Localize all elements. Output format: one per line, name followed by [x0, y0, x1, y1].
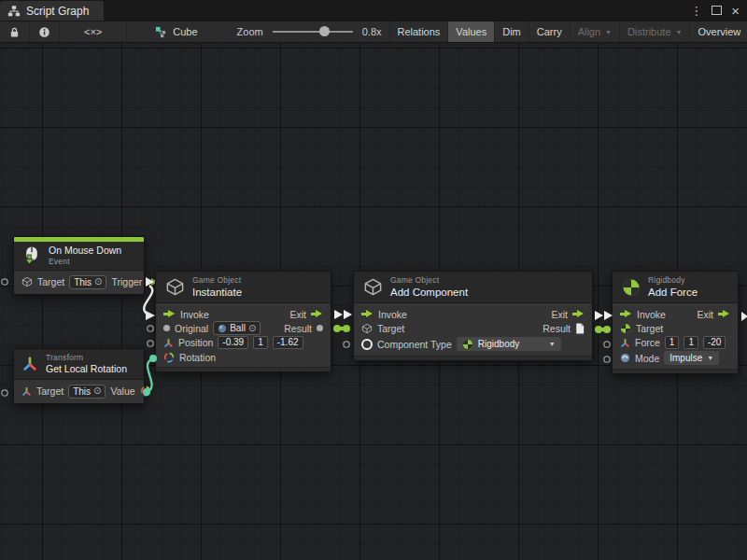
position-label: Position	[178, 337, 213, 348]
node-header: Rigidbody Add Force	[613, 272, 738, 303]
overview-button[interactable]: Overview	[689, 21, 747, 42]
position-y-field[interactable]: 1	[253, 336, 268, 349]
force-mode-dropdown[interactable]: Impulse ▼	[664, 351, 719, 365]
invoke-input-port[interactable]	[620, 310, 632, 318]
result-label: Result	[284, 323, 312, 334]
force-y-field[interactable]: 1	[684, 336, 698, 349]
transform-icon	[21, 356, 38, 372]
game-object-icon	[361, 323, 373, 334]
force-mode-icon	[620, 353, 630, 363]
node-header: On Mouse Down Event	[14, 242, 144, 271]
node-subtitle: Event	[49, 257, 121, 267]
rotation-row: Rotation	[156, 350, 331, 364]
original-input-port[interactable]	[163, 325, 170, 331]
target-value-pill[interactable]: This ⊙	[69, 275, 106, 289]
invoke-exit-row: Invoke Exit	[613, 307, 738, 321]
mode-label: Mode	[635, 353, 659, 364]
target-value: This	[74, 277, 92, 287]
distribute-label: Distribute	[627, 26, 670, 37]
force-z-field[interactable]: -20	[703, 336, 726, 349]
target-trigger-row: Target This ⊙ Trigger	[14, 271, 144, 294]
target-value-row: Target This ⊙ Value	[14, 380, 144, 403]
info-button[interactable]	[30, 21, 60, 42]
target-result-row: Target Result	[354, 321, 592, 335]
maximize-icon[interactable]	[712, 6, 722, 15]
object-picker-icon[interactable]: ⊙	[248, 324, 256, 333]
chevron-down-icon: ▼	[605, 29, 612, 35]
object-picker-icon[interactable]: ⊙	[94, 277, 102, 287]
node-footer	[156, 367, 331, 371]
component-result-icon[interactable]	[575, 323, 585, 334]
object-picker-icon[interactable]: ⊙	[93, 386, 101, 396]
tab-strip: Script Graph ⋮ ×	[0, 0, 747, 21]
rotation-icon	[163, 352, 175, 363]
rotation-value-icon[interactable]	[140, 385, 151, 397]
chevron-down-icon: ▼	[676, 29, 683, 35]
ball-icon	[218, 324, 227, 333]
zoom-label: Zoom	[237, 26, 263, 37]
code-view-button[interactable]: <×>	[60, 21, 127, 42]
node-footer	[354, 356, 592, 360]
invoke-input-port[interactable]	[163, 310, 176, 318]
exit-output-port[interactable]	[572, 310, 585, 318]
node-footer	[613, 369, 738, 373]
lock-button[interactable]	[0, 21, 30, 42]
original-value: Ball	[230, 323, 246, 333]
mode-row: Mode Impulse ▼	[613, 350, 738, 366]
relations-label: Relations	[398, 26, 441, 37]
position-x-field[interactable]: -0.39	[218, 336, 248, 349]
dim-label: Dim	[502, 26, 521, 37]
tab-script-graph[interactable]: Script Graph	[0, 1, 104, 21]
chevron-down-icon: ▼	[707, 355, 713, 361]
original-result-row: Original Ball ⊙ Result	[156, 321, 331, 335]
toolbar-right-group: Relations Values Dim Carry Align▼ Distri…	[389, 21, 747, 42]
node-subtitle: Game Object	[390, 275, 468, 286]
script-graph-icon	[7, 5, 21, 18]
force-label: Force	[635, 337, 660, 348]
exit-output-port[interactable]	[311, 310, 323, 318]
relations-button[interactable]: Relations	[389, 21, 448, 42]
result-label: Result	[543, 323, 571, 334]
close-icon[interactable]: ×	[731, 4, 740, 18]
position-z-field[interactable]: -1.62	[273, 336, 303, 349]
invoke-label: Invoke	[378, 309, 407, 320]
node-header: Game Object Instantiate	[156, 272, 331, 303]
component-type-input-port[interactable]	[361, 339, 373, 350]
game-object-icon	[363, 277, 383, 297]
target-label: Target	[377, 323, 404, 334]
value-port-label: Value	[110, 385, 134, 397]
exit-output-port[interactable]	[718, 310, 730, 318]
node-get-local-rotation[interactable]: Transform Get Local Rotation Target This…	[13, 348, 145, 404]
menu-kebab-icon[interactable]: ⋮	[690, 5, 702, 17]
target-value-pill[interactable]: This ⊙	[68, 385, 106, 399]
dim-button[interactable]: Dim	[494, 21, 529, 42]
node-add-force[interactable]: Rigidbody Add Force Invoke Exit Target F…	[612, 271, 739, 374]
code-view-icon: <×>	[84, 26, 102, 37]
carry-button[interactable]: Carry	[529, 21, 570, 42]
node-add-component[interactable]: Game Object Add Component Invoke Exit Ta…	[353, 271, 593, 361]
node-title: Add Component	[390, 286, 468, 299]
mode-value: Impulse	[669, 353, 702, 363]
node-instantiate[interactable]: Game Object Instantiate Invoke Exit Orig…	[155, 271, 331, 372]
original-label: Original	[175, 323, 208, 334]
distribute-button[interactable]: Distribute▼	[619, 21, 689, 42]
force-x-field[interactable]: 1	[665, 336, 680, 349]
align-button[interactable]: Align▼	[570, 21, 619, 42]
original-value-pill[interactable]: Ball ⊙	[213, 321, 261, 335]
node-on-mouse-down[interactable]: On Mouse Down Event Target This ⊙ Trigge…	[13, 236, 145, 295]
component-type-dropdown[interactable]: Rigidbody ▼	[457, 337, 561, 351]
script-graph-window: { "window": { "tab_title": "Script Graph…	[0, 0, 747, 560]
zoom-slider-knob[interactable]	[319, 26, 330, 36]
exit-label: Exit	[551, 309, 568, 320]
graph-name: Cube	[173, 26, 197, 37]
zoom-value: 0.8x	[362, 26, 382, 37]
invoke-input-port[interactable]	[361, 310, 374, 318]
graph-breadcrumb[interactable]: Cube	[148, 21, 204, 42]
game-object-icon	[165, 277, 185, 297]
values-button[interactable]: Values	[447, 21, 494, 42]
vector3-icon	[620, 338, 630, 348]
result-output-port[interactable]	[317, 325, 323, 331]
overview-label: Overview	[698, 26, 740, 37]
values-label: Values	[456, 26, 486, 37]
zoom-slider[interactable]	[273, 31, 353, 33]
